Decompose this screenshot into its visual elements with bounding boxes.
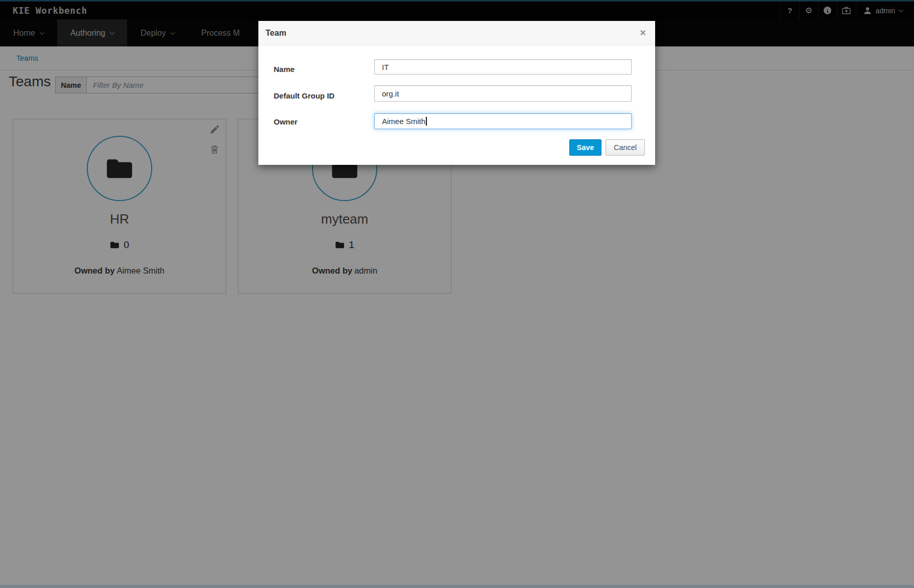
default-group-id-field[interactable] <box>374 85 632 102</box>
owner-field[interactable]: Aimee Smith <box>374 113 632 129</box>
default-group-id-field-label: Default Group ID <box>274 88 334 104</box>
cancel-button[interactable]: Cancel <box>606 139 645 156</box>
team-name-field[interactable] <box>374 59 632 75</box>
owner-field-value: Aimee Smith <box>382 117 425 126</box>
save-button[interactable]: Save <box>569 139 602 156</box>
owner-field-label: Owner <box>274 114 298 130</box>
text-cursor <box>426 117 427 126</box>
modal-title: Team <box>266 21 286 45</box>
team-modal: Team × Name Default Group ID Owner Aimee… <box>258 21 655 165</box>
close-icon[interactable]: × <box>640 27 646 38</box>
name-field-label: Name <box>274 62 295 77</box>
modal-header: Team × <box>258 21 655 45</box>
